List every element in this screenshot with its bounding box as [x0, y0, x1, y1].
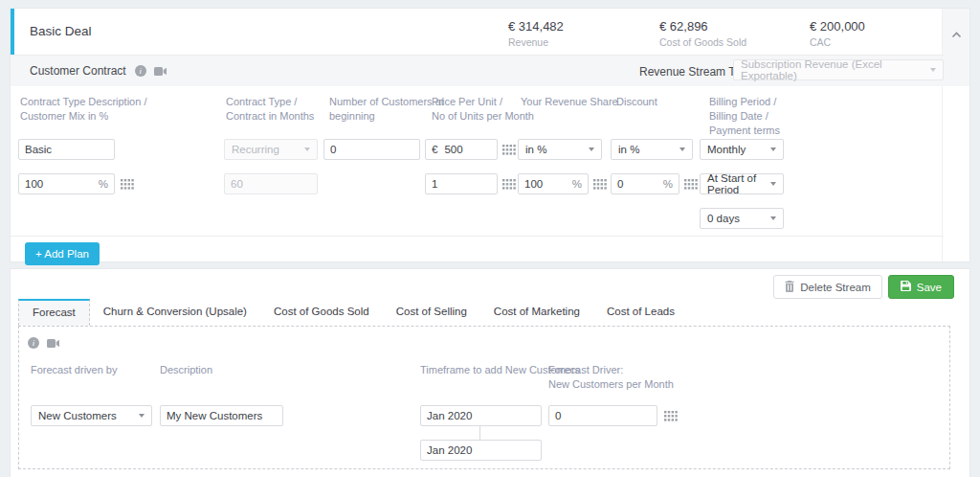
info-icon[interactable]: [28, 337, 39, 349]
customer-mix-field: %: [18, 173, 115, 194]
save-label: Save: [917, 282, 942, 293]
label-forecast-driven-by: Forecast driven by: [31, 363, 117, 377]
revenue-share-grid-button[interactable]: [593, 178, 607, 190]
tab-cost-of-goods-sold[interactable]: Cost of Goods Sold: [260, 299, 383, 325]
discount-unit-value: in %: [618, 144, 639, 155]
accent-bar: [11, 9, 14, 55]
metric-cogs-value: € 62,896: [659, 19, 746, 34]
forecast-panel: Forecast driven by Description Timeframe…: [18, 326, 950, 469]
tab-churn-conversion[interactable]: Churn & Conversion (Upsale): [90, 299, 260, 325]
contract-description-input[interactable]: [18, 139, 115, 160]
payment-terms-value: 0 days: [707, 213, 740, 224]
add-plan-button[interactable]: + Add Plan: [25, 242, 100, 265]
revenue-stream-type-select: Subscription Revenue (Excel Exportable): [733, 59, 944, 80]
revenue-share-input[interactable]: [524, 178, 568, 190]
chevron-down-icon: [139, 414, 145, 418]
revenue-share-unit-value: in %: [525, 144, 546, 155]
revenue-share-field: %: [518, 173, 589, 194]
discount-field: %: [611, 173, 679, 194]
price-per-unit-input[interactable]: [444, 144, 491, 155]
metric-revenue: € 314,482 Revenue: [508, 19, 564, 48]
chevron-down-icon: [770, 148, 776, 151]
currency-prefix: €: [432, 144, 437, 155]
customer-mix-grid-button[interactable]: [121, 178, 134, 190]
price-per-unit-field: €: [425, 139, 498, 160]
info-icon[interactable]: [135, 65, 146, 77]
trash-icon: [785, 281, 794, 294]
metric-cogs: € 62,896 Cost of Goods Sold: [659, 19, 746, 48]
billing-period-value: Monthly: [707, 144, 746, 155]
label-forecast-driver: Forecast Driver: New Customers per Month: [548, 363, 674, 392]
save-button[interactable]: Save: [888, 275, 954, 299]
chevron-up-icon: [951, 25, 962, 86]
timeframe-connector-line: [479, 426, 480, 441]
col-header-price: Price Per Unit / No of Units per Month: [432, 95, 534, 124]
contract-type-value: Recurring: [232, 144, 279, 155]
col-header-contract-type: Contract Type / Contract in Months: [226, 95, 314, 124]
units-grid-button[interactable]: [502, 178, 516, 190]
forecast-driven-by-value: New Customers: [38, 410, 117, 421]
tab-cost-of-leads[interactable]: Cost of Leads: [593, 299, 688, 325]
chevron-down-icon: [679, 148, 685, 151]
metric-revenue-label: Revenue: [508, 36, 564, 48]
section-title: Customer Contract: [30, 64, 126, 78]
forecast-description-input[interactable]: [160, 405, 283, 426]
delete-stream-button[interactable]: Delete Stream: [773, 275, 882, 299]
tab-cost-of-marketing[interactable]: Cost of Marketing: [480, 299, 593, 325]
revenue-stream-card: Basic Deal € 314,482 Revenue € 62,896 Co…: [10, 8, 970, 262]
collapse-button[interactable]: [943, 9, 969, 86]
col-header-billing: Billing Period / Billing Date / Payment …: [709, 95, 780, 138]
customer-contract-header: Customer Contract Revenue Stream Type Su…: [11, 55, 944, 86]
billing-date-value: At Start of Period: [707, 172, 765, 195]
discount-unit-select[interactable]: in %: [611, 139, 693, 160]
metric-cogs-label: Cost of Goods Sold: [659, 36, 746, 48]
revenue-share-unit-select[interactable]: in %: [518, 139, 602, 160]
chevron-down-icon: [304, 148, 310, 151]
video-tutorial-icon[interactable]: [47, 334, 59, 352]
forecast-driver-input[interactable]: [548, 405, 657, 426]
payment-terms-select[interactable]: 0 days: [700, 208, 784, 229]
units-per-month-input[interactable]: [425, 173, 498, 194]
deal-title: Basic Deal: [30, 24, 92, 38]
timeframe-end-input[interactable]: [420, 440, 542, 461]
col-header-customers: Number of Customers at beginning: [329, 95, 444, 124]
save-icon: [901, 281, 911, 293]
revenue-stream-type-value: Subscription Revenue (Excel Exportable): [741, 58, 924, 81]
chevron-down-icon: [930, 68, 936, 72]
chevron-down-icon: [770, 216, 776, 220]
billing-date-select[interactable]: At Start of Period: [700, 173, 784, 194]
billing-period-select[interactable]: Monthly: [700, 139, 784, 160]
discount-input[interactable]: [617, 178, 659, 190]
forecast-driver-grid-button[interactable]: [664, 410, 678, 421]
stream-detail-card: Delete Stream Save Forecast Churn & Conv…: [10, 268, 970, 477]
forecast-panel-icons: [28, 334, 59, 352]
metric-cac: € 200,000 CAC: [810, 19, 865, 48]
discount-grid-button[interactable]: [684, 178, 698, 190]
contract-type-select: Recurring: [224, 139, 318, 160]
video-tutorial-icon[interactable]: [154, 62, 167, 80]
percent-suffix: %: [99, 178, 108, 190]
tab-cost-of-selling[interactable]: Cost of Selling: [383, 299, 480, 325]
metric-cac-value: € 200,000: [810, 19, 865, 34]
percent-suffix: %: [572, 178, 582, 190]
stream-actions: Delete Stream Save: [773, 275, 954, 299]
chevron-down-icon: [770, 182, 776, 186]
contract-months-input: [224, 173, 318, 194]
detail-tabs: Forecast Churn & Conversion (Upsale) Cos…: [18, 299, 688, 325]
tab-forecast[interactable]: Forecast: [18, 299, 90, 326]
price-grid-button[interactable]: [502, 144, 516, 155]
delete-stream-label: Delete Stream: [800, 282, 871, 293]
customer-mix-input[interactable]: [25, 178, 95, 190]
label-description: Description: [160, 363, 212, 377]
percent-suffix: %: [663, 178, 673, 190]
metric-cac-label: CAC: [810, 36, 865, 48]
col-header-description-mix: Contract Type Description / Customer Mix…: [20, 95, 146, 124]
timeframe-start-input[interactable]: [420, 405, 542, 426]
customers-beginning-input[interactable]: [323, 139, 420, 160]
forecast-driven-by-select[interactable]: New Customers: [31, 405, 152, 426]
metric-revenue-value: € 314,482: [508, 19, 564, 34]
chevron-down-icon: [589, 148, 594, 151]
collapse-rail: [942, 9, 969, 261]
col-header-revenue-share: Your Revenue Share: [521, 95, 618, 109]
col-header-discount: Discount: [616, 95, 657, 109]
